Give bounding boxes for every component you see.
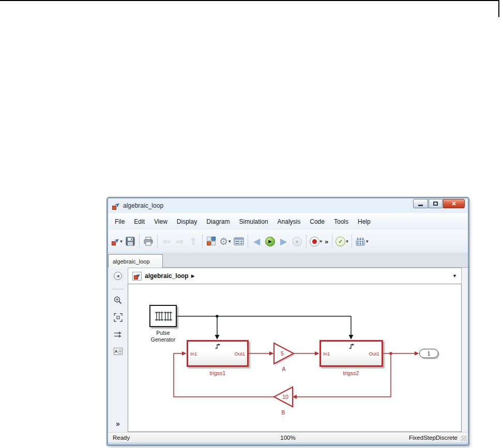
gain-b-label[interactable]: B [273, 409, 294, 416]
close-button[interactable]: ✕ [443, 199, 465, 208]
forward-icon: ⇨ [176, 237, 184, 246]
trigss1-in1-port: In1 [190, 351, 197, 357]
toolbar: ➤ ▾ ⇦ ⇨ ⇧ ⚙ [108, 230, 468, 253]
back-button[interactable]: ⇦ [160, 234, 173, 249]
diagram-canvas[interactable]: 5 10 [128, 284, 462, 432]
model-configuration-button[interactable] [232, 234, 246, 249]
pulse-generator-block[interactable] [149, 305, 177, 327]
diagram-wires: 5 10 [128, 284, 462, 432]
title-bar[interactable]: ➤ algebraic_loop ✕ [108, 198, 468, 213]
menu-diagram[interactable]: Diagram [202, 216, 234, 227]
stop-icon: ■ [292, 237, 302, 246]
palette-separator [112, 289, 124, 289]
menu-help[interactable]: Help [353, 216, 375, 227]
breadcrumb-dropdown-icon[interactable]: ▼ [452, 273, 457, 279]
record-caret-icon[interactable]: ▾ [320, 239, 323, 244]
palette-more-button[interactable]: » [108, 420, 128, 428]
arrowhead-trigss2-in [315, 351, 319, 356]
breadcrumb[interactable]: ➤ algebraic_loop ▶ ▼ [128, 268, 462, 284]
record-button[interactable]: ▾ [309, 234, 324, 249]
annotation-button[interactable]: A [111, 345, 125, 358]
wire-branch-dot-feedback [389, 352, 392, 354]
left-tool-palette: A » [108, 284, 128, 432]
tab-algebraic-loop[interactable]: algebraic_loop [108, 254, 163, 268]
new-model-button[interactable]: ➤ ▾ [110, 234, 124, 249]
update-diagram-button[interactable]: ✓ ▾ [334, 234, 349, 249]
fit-to-view-icon [114, 313, 123, 322]
outport-1-value: 1 [428, 351, 431, 357]
menu-tools[interactable]: Tools [329, 216, 353, 227]
pulse-generator-label[interactable]: Pulse Generator [139, 330, 188, 343]
arrowhead-outport-in [415, 351, 419, 356]
minimize-button[interactable] [413, 199, 428, 208]
breadcrumb-model-icon: ➤ [132, 272, 142, 281]
arrowhead-trigger1 [215, 335, 220, 339]
trigss2-label[interactable]: trigss2 [330, 370, 372, 377]
forward-button[interactable]: ⇨ [173, 234, 187, 249]
signal-routing-button[interactable] [111, 328, 125, 341]
library-browser-button[interactable] [205, 234, 218, 249]
up-to-parent-button[interactable]: ⇧ [187, 234, 200, 249]
status-solver: FixedStepDiscrete [409, 435, 458, 441]
simulink-model-icon: ➤ [112, 202, 120, 210]
zoom-in-button[interactable] [111, 293, 125, 307]
breadcrumb-left-cell: ◂ [108, 268, 128, 284]
trigger-port-icon [215, 342, 221, 351]
print-icon [143, 237, 154, 246]
model-settings-button[interactable]: ⚙ ▾ [218, 234, 232, 249]
gain-b-block[interactable]: 10 [274, 387, 294, 408]
breadcrumb-model-name[interactable]: algebraic_loop [145, 272, 189, 280]
fit-to-view-button[interactable] [111, 311, 125, 324]
menu-bar: File Edit View Display Diagram Simulatio… [108, 213, 468, 230]
schedule-caret-icon[interactable]: ▾ [366, 239, 369, 244]
minimize-icon [418, 205, 423, 206]
menu-file[interactable]: File [110, 216, 129, 227]
trigss1-block[interactable]: In1 Out1 [187, 340, 249, 367]
explorer-arrow-icon: ◂ [116, 273, 119, 279]
gain-a-block[interactable]: 5 [274, 343, 295, 365]
run-button[interactable]: ▶ [264, 234, 277, 249]
schedule-editor-button[interactable]: ▾ [354, 234, 370, 249]
resize-grip[interactable] [461, 436, 467, 441]
step-back-icon: ◀ [253, 237, 260, 246]
print-button[interactable] [142, 234, 155, 249]
arrowhead-trigss1-in [182, 351, 187, 356]
step-forward-button[interactable]: ▶ [277, 234, 291, 249]
gain-b-value: 10 [282, 394, 288, 400]
new-model-icon: ➤ [111, 238, 119, 245]
update-diagram-caret-icon[interactable]: ▾ [346, 239, 348, 244]
stop-button[interactable]: ■ [291, 234, 304, 249]
back-icon: ⇦ [163, 237, 170, 246]
gain-a-label[interactable]: A [273, 366, 294, 373]
save-button[interactable] [124, 234, 137, 249]
model-settings-caret-icon[interactable]: ▾ [228, 239, 231, 244]
menu-simulation[interactable]: Simulation [235, 216, 273, 227]
status-bar: Ready 100% FixedStepDiscrete [108, 432, 468, 442]
close-icon: ✕ [451, 200, 456, 207]
maximize-button[interactable] [429, 199, 443, 208]
toolbar-overflow-chevron[interactable]: » [325, 238, 328, 245]
window-controls: ✕ [413, 199, 465, 208]
menu-analysis[interactable]: Analysis [273, 216, 306, 227]
window-title: algebraic_loop [123, 202, 163, 209]
step-back-button[interactable]: ◀ [250, 234, 264, 249]
menu-code[interactable]: Code [305, 216, 329, 227]
run-icon: ▶ [265, 237, 275, 246]
trigss2-out1-port: Out1 [369, 351, 379, 357]
simulink-window: ➤ algebraic_loop ✕ File Edit View Displa… [107, 197, 469, 445]
double-arrow-icon [113, 331, 123, 338]
breadcrumb-row: ◂ ➤ algebraic_loop ▶ ▼ [108, 268, 468, 284]
page-border-right [498, 0, 499, 17]
menu-display[interactable]: Display [172, 216, 202, 227]
tab-label: algebraic_loop [113, 258, 150, 265]
up-arrow-icon: ⇧ [190, 237, 197, 246]
record-icon [310, 237, 319, 246]
trigss1-label[interactable]: trigss1 [197, 370, 238, 377]
menu-edit[interactable]: Edit [129, 216, 149, 227]
explorer-bar-toggle[interactable]: ◂ [114, 272, 122, 280]
trigss1-out1-port: Out1 [234, 351, 245, 357]
trigss2-block[interactable]: In1 Out1 [319, 340, 383, 367]
outport-1-block[interactable]: 1 [419, 349, 438, 358]
check-icon: ✓ [336, 237, 345, 246]
menu-view[interactable]: View [149, 216, 172, 227]
